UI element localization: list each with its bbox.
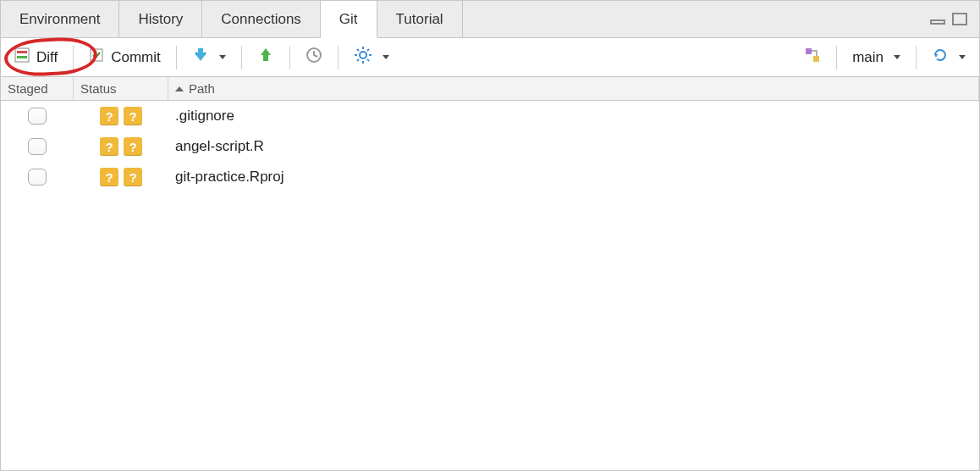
stage-checkbox[interactable] — [28, 169, 47, 186]
commit-button[interactable]: Commit — [82, 44, 168, 70]
svg-rect-21 — [813, 56, 819, 62]
refresh-button[interactable] — [925, 43, 972, 71]
file-path: angel-script.R — [168, 138, 979, 155]
stage-checkbox[interactable] — [28, 138, 47, 155]
file-path: .gitignore — [168, 108, 979, 125]
status-badge: ? — [124, 168, 142, 186]
diff-label: Diff — [36, 49, 58, 66]
separator — [176, 46, 177, 69]
svg-line-16 — [357, 49, 359, 51]
svg-line-18 — [367, 49, 369, 51]
status-cell: ? ? — [74, 107, 168, 125]
commit-label: Commit — [111, 49, 161, 66]
column-path-label: Path — [189, 81, 215, 96]
column-status[interactable]: Status — [74, 77, 168, 100]
separator — [241, 46, 242, 69]
minimize-icon[interactable] — [930, 14, 947, 25]
svg-rect-9 — [263, 54, 268, 61]
window-controls — [920, 1, 979, 37]
branch-selector[interactable]: main — [845, 46, 907, 69]
chevron-down-icon — [959, 55, 966, 59]
svg-point-11 — [360, 52, 366, 58]
status-badge: ? — [124, 137, 142, 156]
gear-icon — [354, 46, 372, 69]
branch-name: main — [852, 49, 884, 66]
svg-rect-3 — [17, 51, 27, 53]
tab-tutorial[interactable]: Tutorial — [377, 1, 463, 37]
svg-rect-20 — [806, 48, 812, 54]
svg-line-19 — [357, 59, 359, 61]
sort-asc-icon — [175, 86, 184, 91]
svg-rect-7 — [198, 48, 203, 55]
tab-connections[interactable]: Connections — [202, 1, 321, 37]
pull-icon — [192, 47, 209, 68]
table-row[interactable]: ? ? git-practice.Rproj — [1, 162, 979, 192]
separator — [73, 46, 74, 69]
separator — [836, 46, 837, 69]
tab-environment[interactable]: Environment — [1, 1, 119, 37]
tab-history[interactable]: History — [119, 1, 202, 37]
tabstrip-spacer — [463, 1, 920, 37]
new-branch-button[interactable] — [797, 43, 828, 71]
svg-rect-4 — [17, 56, 27, 58]
refresh-icon — [932, 47, 949, 68]
svg-rect-0 — [931, 20, 944, 24]
diff-icon — [14, 47, 30, 67]
svg-marker-22 — [934, 54, 938, 58]
status-cell: ? ? — [74, 137, 168, 156]
status-badge: ? — [100, 137, 118, 156]
svg-line-17 — [367, 59, 369, 61]
stage-checkbox[interactable] — [28, 108, 47, 125]
table-row[interactable]: ? ? angel-script.R — [1, 131, 979, 162]
pull-button[interactable] — [185, 43, 233, 71]
git-pane: Environment History Connections Git Tuto… — [0, 0, 980, 471]
svg-rect-5 — [91, 49, 102, 61]
svg-rect-2 — [15, 48, 29, 62]
push-icon — [257, 47, 274, 68]
diff-button[interactable]: Diff — [8, 44, 64, 70]
file-table-header: Staged Status Path — [1, 77, 979, 101]
svg-marker-8 — [261, 48, 271, 55]
file-path: git-practice.Rproj — [168, 169, 979, 186]
status-badge: ? — [124, 107, 142, 125]
git-toolbar: Diff Commit — [1, 38, 979, 77]
status-badge: ? — [100, 107, 118, 125]
chevron-down-icon — [894, 55, 900, 59]
history-button[interactable] — [299, 43, 329, 71]
clock-icon — [306, 47, 322, 68]
file-list: ? ? .gitignore ? ? angel-script.R ? ? gi… — [1, 101, 979, 470]
column-path[interactable]: Path — [168, 77, 979, 100]
chevron-down-icon — [383, 55, 389, 59]
push-button[interactable] — [251, 43, 281, 71]
separator — [289, 46, 290, 69]
commit-icon — [89, 47, 104, 67]
branch-icon — [804, 47, 821, 68]
more-button[interactable] — [347, 42, 396, 72]
status-cell: ? ? — [74, 168, 168, 186]
svg-marker-6 — [195, 54, 206, 61]
column-staged[interactable]: Staged — [1, 77, 74, 100]
tab-strip: Environment History Connections Git Tuto… — [1, 1, 979, 38]
tab-git[interactable]: Git — [321, 1, 377, 38]
chevron-down-icon — [219, 55, 226, 59]
table-row[interactable]: ? ? .gitignore — [1, 101, 979, 131]
status-badge: ? — [100, 168, 118, 186]
svg-rect-1 — [953, 14, 966, 25]
separator — [916, 46, 917, 69]
maximize-icon[interactable] — [952, 13, 969, 26]
separator — [338, 46, 339, 69]
